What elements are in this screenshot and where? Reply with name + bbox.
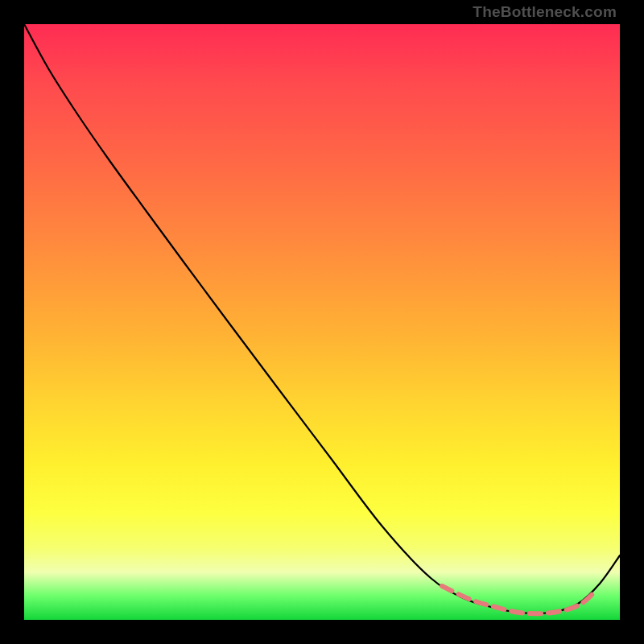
chart-frame: TheBottleneck.com <box>0 0 644 644</box>
optimal-range-dashes <box>442 586 592 613</box>
curve-svg <box>24 24 620 620</box>
watermark-text: TheBottleneck.com <box>473 3 617 21</box>
bottleneck-curve <box>24 24 620 613</box>
